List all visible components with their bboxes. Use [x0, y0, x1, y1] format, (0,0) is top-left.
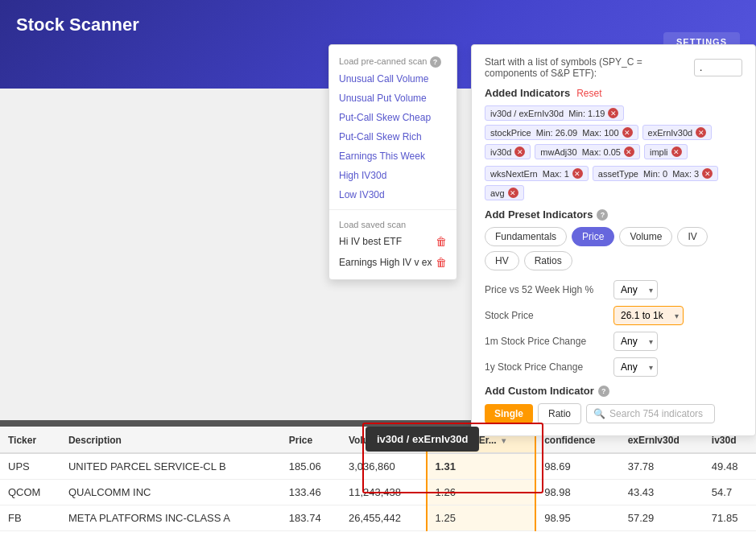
- cell-exerniv30d: 43.43: [620, 480, 704, 505]
- filter-select-wrapper: 26.1 to 1k: [613, 306, 684, 325]
- filter-select-wrapper: Any: [613, 357, 658, 377]
- filter-select-3[interactable]: Any: [613, 357, 658, 377]
- cell-exerniv30d: 57.29: [620, 505, 704, 531]
- dropdown-item[interactable]: Unusual Put Volume: [329, 89, 456, 108]
- preset-volume[interactable]: Volume: [619, 227, 672, 246]
- tag: avg ✕: [485, 185, 524, 200]
- cell-price: 133.46: [281, 480, 341, 505]
- custom-info-icon[interactable]: ?: [598, 386, 609, 397]
- dropdown-item[interactable]: High IV30d: [329, 166, 456, 185]
- filter-select-1[interactable]: 26.1 to 1k: [613, 306, 684, 325]
- filter-row-1: Stock Price 26.1 to 1k: [485, 306, 742, 325]
- saved-scan-name: Hi IV best ETF: [339, 236, 402, 247]
- preset-label: Add Preset Indicators ?: [485, 208, 742, 221]
- cell-iv30d: 54.7: [704, 480, 756, 505]
- precanned-label: Load pre-canned scan ?: [329, 52, 456, 69]
- filter-select-wrapper: Any: [613, 332, 658, 351]
- cell-ticker: UPS: [0, 453, 60, 480]
- preset-buttons: Fundamentals Price Volume IV HV Ratios: [485, 227, 742, 270]
- col-price[interactable]: Price: [281, 427, 341, 453]
- tag-remove[interactable]: ✕: [608, 108, 618, 118]
- filter-row-0: Price vs 52 Week High % Any: [485, 280, 742, 299]
- tag: iv30d ✕: [485, 144, 531, 159]
- tag-remove[interactable]: ✕: [702, 168, 713, 179]
- custom-buttons: Single Ratio 🔍 Search 754 indicators: [485, 403, 742, 424]
- custom-label: Add Custom Indicator ?: [485, 385, 742, 397]
- tag: exErnIv30d ✕: [642, 125, 713, 140]
- cell-ratio: 1.26: [427, 480, 536, 505]
- etf-input[interactable]: [694, 59, 742, 76]
- indicator-tags: iv30d / exErnIv30d Min: 1.19 ✕ stockPric…: [485, 105, 742, 159]
- filter-row-2: 1m Stock Price Change Any: [485, 332, 742, 351]
- page-title: Stock Scanner: [16, 14, 139, 35]
- info-icon[interactable]: ?: [430, 56, 441, 68]
- tag-remove[interactable]: ✕: [671, 146, 682, 157]
- filter-label: Stock Price: [485, 310, 613, 321]
- cell-description: QUALCOMM INC: [60, 480, 281, 505]
- cell-description: META PLATFORMS INC-CLASS A: [60, 505, 281, 531]
- added-indicators-header: Added Indicators Reset: [485, 87, 742, 99]
- reset-link[interactable]: Reset: [576, 88, 601, 99]
- search-icon: 🔍: [593, 408, 605, 419]
- cell-ticker: FB: [0, 505, 60, 531]
- cell-confidence: 98.95: [535, 505, 620, 531]
- saved-label: Load saved scan: [329, 215, 456, 231]
- filter-select-wrapper: Any: [613, 280, 658, 299]
- tag-remove[interactable]: ✕: [696, 127, 706, 138]
- preset-iv[interactable]: IV: [677, 227, 707, 246]
- filter-label: 1y Stock Price Change: [485, 361, 613, 373]
- preset-ratios[interactable]: Ratios: [524, 251, 572, 270]
- tag-remove[interactable]: ✕: [572, 168, 583, 179]
- preset-fundamentals[interactable]: Fundamentals: [485, 227, 567, 246]
- preset-hv[interactable]: HV: [485, 251, 519, 270]
- cell-price: 183.74: [281, 505, 341, 531]
- preset-price[interactable]: Price: [572, 227, 614, 246]
- saved-scan-item[interactable]: Hi IV best ETF 🗑: [329, 231, 456, 252]
- saved-scan-name: Earnings High IV v ex: [339, 257, 432, 268]
- trash-icon[interactable]: 🗑: [436, 235, 447, 248]
- cell-volume: 26,455,442: [341, 505, 427, 531]
- cell-volume: 11,243,438: [341, 480, 427, 505]
- filter-label: 1m Stock Price Change: [485, 336, 613, 347]
- cell-volume: 3,036,860: [341, 453, 427, 480]
- tag-remove[interactable]: ✕: [514, 146, 525, 157]
- cell-exerniv30d: 37.78: [620, 453, 704, 480]
- indicator-tags-row2: wksNextErn Max: 1 ✕ assetType Min: 0 Max…: [485, 166, 742, 200]
- dropdown-item[interactable]: Low IV30d: [329, 185, 456, 204]
- col-description[interactable]: Description: [60, 427, 281, 453]
- cell-ratio: 1.25: [427, 505, 536, 531]
- filter-select-2[interactable]: Any: [613, 332, 658, 351]
- cell-ratio: 1.31: [427, 453, 536, 480]
- tag: assetType Min: 0 Max: 3 ✕: [593, 166, 718, 181]
- preset-info-icon[interactable]: ?: [597, 209, 608, 221]
- dropdown-item[interactable]: Unusual Call Volume: [329, 69, 456, 89]
- saved-scan-item[interactable]: Earnings High IV v ex 🗑: [329, 252, 456, 273]
- divider: [329, 209, 456, 210]
- tag-remove[interactable]: ✕: [622, 127, 633, 138]
- table-row: UPS UNITED PARCEL SERVICE-CL B 185.06 3,…: [0, 453, 756, 480]
- tag: mwAdj30 Max: 0.05 ✕: [535, 144, 640, 159]
- tag: wksNextErn Max: 1 ✕: [485, 166, 589, 181]
- filter-label: Price vs 52 Week High %: [485, 284, 613, 295]
- indicator-search[interactable]: 🔍 Search 754 indicators: [586, 404, 715, 423]
- ratio-button[interactable]: Ratio: [538, 403, 581, 424]
- cell-confidence: 98.69: [535, 453, 620, 480]
- filter-select-0[interactable]: Any: [613, 280, 658, 299]
- tag: impli ✕: [644, 144, 688, 159]
- cell-iv30d: 71.85: [704, 505, 756, 531]
- tag: stockPrice Min: 26.09 Max: 100 ✕: [485, 125, 638, 140]
- dropdown-item[interactable]: Put-Call Skew Rich: [329, 127, 456, 146]
- custom-indicator-section: Add Custom Indicator ? Single Ratio 🔍 Se…: [485, 385, 742, 424]
- single-button[interactable]: Single: [485, 404, 533, 423]
- dropdown-item[interactable]: Earnings This Week: [329, 146, 456, 166]
- trash-icon[interactable]: 🗑: [436, 256, 447, 269]
- dropdown-item[interactable]: Put-Call Skew Cheap: [329, 108, 456, 127]
- tag-remove[interactable]: ✕: [624, 146, 634, 157]
- col-ticker[interactable]: Ticker: [0, 427, 60, 453]
- etf-row: Start with a list of symbols (SPY_C = co…: [485, 56, 742, 79]
- table-row: FB META PLATFORMS INC-CLASS A 183.74 26,…: [0, 505, 756, 531]
- tag-remove[interactable]: ✕: [508, 188, 518, 198]
- table-row: QCOM QUALCOMM INC 133.46 11,243,438 1.26…: [0, 480, 756, 505]
- added-indicators-title: Added Indicators: [485, 87, 570, 99]
- cell-iv30d: 49.48: [704, 453, 756, 480]
